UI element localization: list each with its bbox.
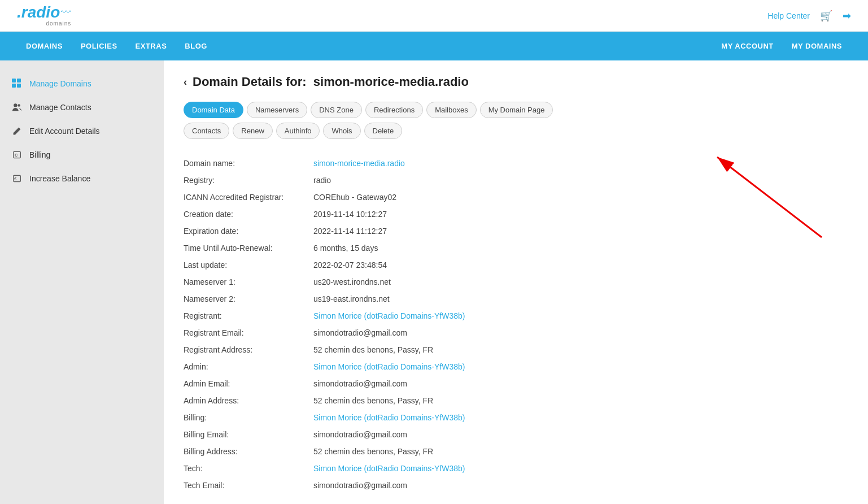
back-arrow-button[interactable]: ‹: [184, 76, 187, 88]
detail-value: 2022-02-07 23:48:54: [313, 260, 387, 270]
detail-label: Billing Email:: [184, 430, 313, 439]
detail-row: Tech:Simon Morice (dotRadio Domains-YfW3…: [184, 460, 848, 477]
sidebar-item-increase-balance[interactable]: € Increase Balance: [0, 167, 164, 190]
top-right-actions: Help Center 🛒 ➡: [767, 10, 851, 22]
detail-row: Registrant Address:52 chemin des benons,…: [184, 341, 848, 358]
detail-label: Expiration date:: [184, 227, 313, 236]
detail-row: Billing Email:simondotradio@gmail.com: [184, 426, 848, 443]
detail-label: Creation date:: [184, 210, 313, 219]
detail-value: simondotradio@gmail.com: [313, 430, 407, 439]
detail-value[interactable]: simon-morice-media.radio: [313, 159, 405, 168]
people-icon: [11, 102, 23, 113]
tab-dns-zone[interactable]: DNS Zone: [311, 102, 362, 118]
detail-value[interactable]: Simon Morice (dotRadio Domains-YfW38b): [313, 311, 465, 320]
sidebar-item-edit-account[interactable]: Edit Account Details: [0, 119, 164, 143]
svg-rect-3: [17, 84, 21, 88]
detail-row: ICANN Accredited Registrar:COREhub - Gat…: [184, 189, 848, 206]
help-center-link[interactable]: Help Center: [767, 11, 810, 20]
logo-wave-icon: 〰: [61, 7, 71, 19]
grid-icon: [11, 78, 23, 89]
logo-sub: domains: [46, 20, 71, 27]
sidebar-item-manage-domains[interactable]: Manage Domains: [0, 72, 164, 95]
nav-extras[interactable]: EXTRAS: [127, 32, 176, 60]
detail-label: Billing Address:: [184, 447, 313, 456]
nav-policies[interactable]: POLICIES: [72, 32, 127, 60]
tabs-container: Domain Data Nameservers DNS Zone Redirec…: [184, 102, 848, 139]
nav-my-domains[interactable]: MY DOMAINS: [783, 32, 851, 60]
detail-label: Nameserver 2:: [184, 294, 313, 303]
detail-value: radio: [313, 176, 331, 185]
sidebar: Manage Domains Manage Contacts Edit Acco…: [0, 60, 164, 504]
sidebar-label-increase-balance: Increase Balance: [29, 174, 90, 183]
sidebar-label-edit-account: Edit Account Details: [29, 127, 100, 136]
sidebar-item-manage-contacts[interactable]: Manage Contacts: [0, 95, 164, 119]
tab-domain-data[interactable]: Domain Data: [184, 102, 243, 118]
detail-value: 52 chemin des benons, Passy, FR: [313, 447, 433, 456]
svg-rect-0: [12, 79, 16, 82]
detail-row: Admin:Simon Morice (dotRadio Domains-YfW…: [184, 358, 848, 375]
detail-value: us20-west.irondns.net: [313, 277, 391, 286]
detail-row: Admin Address:52 chemin des benons, Pass…: [184, 392, 848, 409]
detail-label: Time Until Auto-Renewal:: [184, 244, 313, 253]
tab-renew[interactable]: Renew: [233, 123, 272, 139]
nav-blog[interactable]: BLOG: [176, 32, 216, 60]
detail-value: 52 chemin des benons, Passy, FR: [313, 396, 433, 405]
detail-row: Domain name:simon-morice-media.radio: [184, 155, 848, 172]
detail-label: Nameserver 1:: [184, 277, 313, 286]
tab-redirections[interactable]: Redirections: [365, 102, 423, 118]
nav-my-account[interactable]: MY ACCOUNT: [712, 32, 782, 60]
sidebar-label-billing: Billing: [29, 150, 50, 159]
sidebar-item-billing[interactable]: C Billing: [0, 143, 164, 167]
detail-value[interactable]: Simon Morice (dotRadio Domains-YfW38b): [313, 464, 465, 473]
pencil-icon: [11, 125, 23, 137]
page-title-prefix: Domain Details for:: [193, 75, 307, 89]
page-layout: Manage Domains Manage Contacts Edit Acco…: [0, 60, 868, 504]
detail-row: Tech Email:simondotradio@gmail.com: [184, 477, 848, 494]
domain-name-title: simon-morice-media.radio: [313, 75, 469, 89]
logo: .radio 〰 domains: [17, 5, 71, 27]
detail-label: Registrant Email:: [184, 328, 313, 337]
detail-label: Registry:: [184, 176, 313, 185]
detail-value: us19-east.irondns.net: [313, 294, 390, 303]
billing-icon: C: [11, 149, 23, 160]
sidebar-label-manage-contacts: Manage Contacts: [29, 103, 91, 112]
detail-label: Tech:: [184, 464, 313, 473]
tabs-row-2: Contacts Renew Authinfo Whois Delete: [184, 123, 848, 139]
svg-rect-2: [12, 84, 16, 88]
detail-row: Admin Email:simondotradio@gmail.com: [184, 375, 848, 392]
detail-label: Last update:: [184, 260, 313, 270]
tab-whois[interactable]: Whois: [323, 123, 360, 139]
detail-row: Nameserver 2:us19-east.irondns.net: [184, 290, 848, 307]
detail-value[interactable]: Simon Morice (dotRadio Domains-YfW38b): [313, 362, 465, 371]
detail-row: Registry:radio: [184, 172, 848, 189]
detail-row: Expiration date:2022-11-14 11:12:27: [184, 223, 848, 240]
detail-label: Admin:: [184, 362, 313, 371]
svg-point-4: [14, 103, 17, 107]
tab-mailboxes[interactable]: Mailboxes: [426, 102, 477, 118]
tab-delete[interactable]: Delete: [364, 123, 403, 139]
detail-value: simondotradio@gmail.com: [313, 379, 407, 388]
tab-authinfo[interactable]: Authinfo: [276, 123, 320, 139]
detail-label: Admin Address:: [184, 396, 313, 405]
detail-label: Billing:: [184, 413, 313, 422]
cart-icon[interactable]: 🛒: [820, 10, 832, 22]
right-nav: MY ACCOUNT MY DOMAINS: [712, 32, 851, 60]
detail-label: Registrant:: [184, 311, 313, 320]
detail-value: 2022-11-14 11:12:27: [313, 227, 387, 236]
detail-row: Time Until Auto-Renewal:6 months, 15 day…: [184, 240, 848, 257]
tab-contacts[interactable]: Contacts: [184, 123, 229, 139]
nav-domains[interactable]: DOMAINS: [17, 32, 72, 60]
detail-label: Tech Email:: [184, 481, 313, 490]
tab-nameservers[interactable]: Nameservers: [247, 102, 307, 118]
detail-label: Domain name:: [184, 159, 313, 168]
login-icon[interactable]: ➡: [843, 10, 851, 22]
detail-label: Registrant Address:: [184, 345, 313, 354]
detail-value[interactable]: Simon Morice (dotRadio Domains-YfW38b): [313, 413, 465, 422]
page-title: Domain Details for: simon-morice-media.r…: [193, 75, 469, 89]
detail-value: simondotradio@gmail.com: [313, 481, 407, 490]
detail-label: Admin Email:: [184, 379, 313, 388]
detail-row: Billing Address:52 chemin des benons, Pa…: [184, 443, 848, 460]
tab-my-domain-page[interactable]: My Domain Page: [480, 102, 553, 118]
svg-text:C: C: [15, 153, 18, 158]
tabs-row: Domain Data Nameservers DNS Zone Redirec…: [184, 102, 848, 118]
